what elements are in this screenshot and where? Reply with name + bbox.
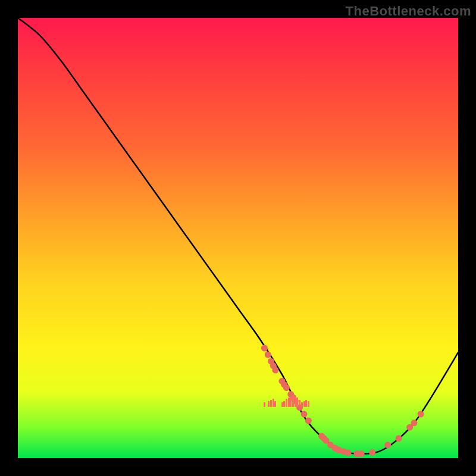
tick-mark <box>303 401 305 407</box>
data-point <box>279 378 286 384</box>
data-point <box>384 441 391 448</box>
tick-mark <box>305 400 307 407</box>
tick-mark <box>274 401 276 407</box>
tick-mark <box>308 401 309 407</box>
bottleneck-curve <box>18 18 458 454</box>
data-point <box>261 345 268 352</box>
data-point <box>411 419 418 426</box>
data-point <box>296 404 303 411</box>
data-point <box>292 397 299 404</box>
tick-mark <box>295 396 296 407</box>
tick-mark <box>288 397 290 407</box>
data-point <box>406 424 413 431</box>
data-point <box>281 381 287 388</box>
data-point <box>358 450 365 457</box>
tick-mark <box>270 400 272 407</box>
data-point <box>270 362 277 369</box>
data-point <box>396 435 402 441</box>
tick-mark <box>268 401 270 407</box>
tick-mark <box>299 400 300 407</box>
data-point <box>369 449 375 456</box>
data-point <box>331 444 338 451</box>
data-point <box>323 437 330 444</box>
tick-mark <box>281 402 283 407</box>
plot-area <box>18 18 458 458</box>
data-point <box>268 358 274 365</box>
data-point <box>290 394 296 400</box>
data-point <box>336 447 343 453</box>
data-points <box>261 345 424 458</box>
data-point <box>345 450 352 456</box>
data-point <box>305 418 312 424</box>
data-point <box>318 433 325 440</box>
tick-mark <box>301 402 303 407</box>
watermark-text: TheBottleneck.com <box>346 4 471 19</box>
tick-mark <box>290 396 292 407</box>
data-point <box>334 446 340 453</box>
data-point <box>287 391 294 397</box>
curve-svg <box>18 18 458 458</box>
data-point <box>321 435 327 441</box>
data-point <box>340 448 347 455</box>
tick-mark <box>296 397 298 407</box>
data-point <box>283 384 290 391</box>
data-point <box>353 450 360 457</box>
tick-mark <box>264 402 265 407</box>
data-point <box>265 352 271 358</box>
data-point <box>418 411 424 418</box>
data-point <box>272 367 278 374</box>
chart-frame: TheBottleneck.com <box>0 0 476 476</box>
tick-mark <box>273 399 274 407</box>
tick-mark <box>286 399 287 407</box>
tick-cluster <box>18 392 458 407</box>
data-point <box>301 411 308 418</box>
tick-mark <box>292 395 294 407</box>
data-point <box>327 441 334 448</box>
tick-mark <box>283 401 285 407</box>
